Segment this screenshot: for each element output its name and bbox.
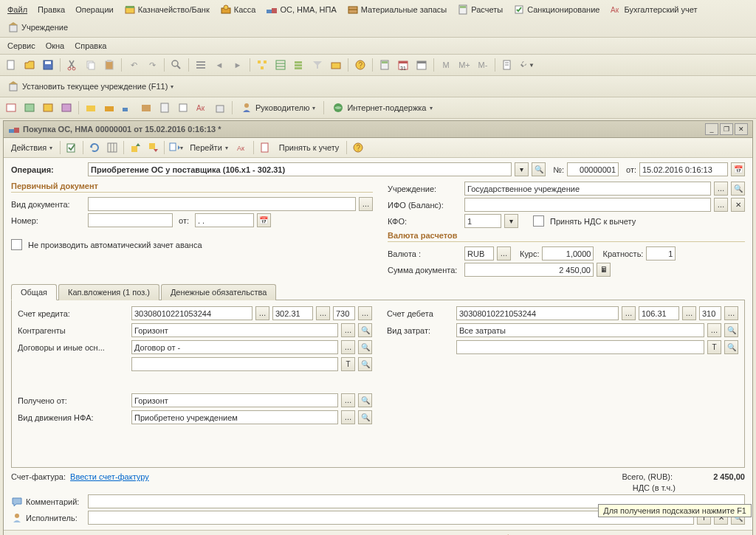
- maximize-btn[interactable]: ❐: [720, 123, 733, 135]
- dt-post-icon[interactable]: [63, 139, 80, 156]
- no-auto-checkbox[interactable]: [11, 239, 22, 250]
- date2-picker-btn[interactable]: 📅: [257, 213, 271, 227]
- contracts-input[interactable]: Договор от -: [131, 340, 338, 354]
- tab-cap[interactable]: Кап.вложения (1 поз.): [58, 284, 159, 300]
- docsum-calc-btn[interactable]: 🖩: [597, 263, 611, 277]
- credit-acc-btn[interactable]: …: [255, 306, 269, 320]
- stack-icon[interactable]: [291, 57, 307, 73]
- menu-sanction[interactable]: Санкционирование: [509, 1, 604, 18]
- credit-code-input[interactable]: 730: [333, 306, 355, 320]
- m-plus-btn[interactable]: M+: [456, 57, 472, 73]
- dt-copy-icon[interactable]: ▾: [168, 139, 184, 156]
- dt-help-icon[interactable]: ?: [350, 139, 366, 156]
- t3-10[interactable]: [175, 100, 191, 116]
- menu-cash[interactable]: Касса: [216, 1, 261, 18]
- extra1-t-btn[interactable]: T: [341, 357, 355, 371]
- folder2-icon[interactable]: [328, 57, 344, 73]
- rate-input[interactable]: 1,0000: [542, 246, 594, 260]
- actions-dd[interactable]: Действия▾: [7, 139, 57, 156]
- undo-icon[interactable]: ↶: [126, 57, 142, 73]
- nfa-search-btn[interactable]: 🔍: [358, 410, 372, 424]
- docsum-input[interactable]: 2 450,00: [464, 263, 594, 277]
- t3-2[interactable]: [21, 100, 38, 116]
- invoice-link[interactable]: Ввести счет-фактуру: [70, 472, 149, 481]
- debit-code-input[interactable]: 310: [699, 306, 721, 320]
- t3-11[interactable]: Aк: [193, 100, 210, 116]
- cut-icon[interactable]: [64, 57, 80, 73]
- menu-calc[interactable]: Расчеты: [453, 1, 507, 18]
- credit-acc-input[interactable]: 30308010221053244: [131, 306, 252, 320]
- date-input[interactable]: 15.02.2016 0:16:13: [639, 162, 728, 176]
- support-dd[interactable]: Интернет-поддержка▾: [328, 100, 436, 116]
- ifo-clear-btn[interactable]: ✕: [731, 198, 745, 212]
- debit-sub-input[interactable]: 106.31: [639, 306, 679, 320]
- curr-input[interactable]: RUB: [464, 246, 494, 260]
- doc-type-select-btn[interactable]: …: [359, 197, 373, 211]
- save-icon[interactable]: [40, 57, 56, 73]
- dt-down-icon[interactable]: [145, 139, 161, 156]
- contragent-input[interactable]: Горизонт: [131, 323, 338, 337]
- date-picker-btn[interactable]: 📅: [731, 162, 745, 176]
- cost-input[interactable]: Все затраты: [456, 323, 704, 337]
- menu-ops[interactable]: Операции: [71, 3, 117, 16]
- inst-search-btn[interactable]: 🔍: [731, 182, 745, 196]
- accept-btn[interactable]: Принять к учету: [275, 139, 344, 156]
- minimize-btn[interactable]: _: [705, 123, 718, 135]
- forward-icon[interactable]: ►: [230, 57, 246, 73]
- t3-9[interactable]: [157, 100, 173, 116]
- operation-dd-btn[interactable]: ▾: [515, 162, 529, 176]
- received-input[interactable]: Горизонт: [131, 393, 338, 407]
- mult-input[interactable]: 1: [646, 246, 676, 260]
- list-icon[interactable]: [193, 57, 209, 73]
- doc-type-input[interactable]: [88, 197, 356, 211]
- dt-refresh-icon[interactable]: [86, 139, 103, 156]
- received-search-btn[interactable]: 🔍: [358, 393, 372, 407]
- date-icon[interactable]: 31: [395, 57, 411, 73]
- menu-file[interactable]: Файл: [3, 3, 32, 16]
- date2-input[interactable]: . .: [195, 213, 254, 227]
- tab-common[interactable]: Общая: [11, 284, 57, 300]
- new-doc-icon[interactable]: [3, 57, 19, 73]
- dt-doc-icon[interactable]: [257, 139, 273, 156]
- menu-inst[interactable]: Учреждение: [3, 19, 72, 35]
- tab-money[interactable]: Денежные обязательства: [161, 284, 276, 300]
- debit-sub-btn[interactable]: …: [682, 306, 696, 320]
- t3-4[interactable]: [58, 100, 75, 116]
- kfo-dd-btn[interactable]: ▾: [504, 214, 518, 228]
- menu-windows[interactable]: Окна: [41, 39, 69, 52]
- number-input[interactable]: [88, 213, 173, 227]
- back-icon[interactable]: ◄: [211, 57, 227, 73]
- m-minus-btn[interactable]: M-: [475, 57, 491, 73]
- m-btn[interactable]: M: [438, 57, 454, 73]
- redo-icon[interactable]: ↷: [144, 57, 160, 73]
- calc-icon[interactable]: [377, 57, 393, 73]
- cost-search-btn[interactable]: 🔍: [724, 323, 738, 337]
- nfa-input[interactable]: Приобретено учреждением: [131, 410, 338, 424]
- contracts-btn[interactable]: …: [341, 340, 355, 354]
- credit-sub-input[interactable]: 302.31: [272, 306, 313, 320]
- debit-acc-input[interactable]: 30308010221053244: [456, 306, 619, 320]
- menu-os[interactable]: ОС, НМА, НПА: [261, 1, 340, 18]
- filter-icon[interactable]: [309, 57, 326, 73]
- t3-5[interactable]: [83, 100, 99, 116]
- kfo-input[interactable]: 1: [464, 214, 501, 228]
- paste-icon[interactable]: [101, 57, 117, 73]
- num-input[interactable]: 00000001: [567, 162, 619, 176]
- contracts-search-btn[interactable]: 🔍: [358, 340, 372, 354]
- received-btn[interactable]: …: [341, 393, 355, 407]
- find-icon[interactable]: [168, 57, 185, 73]
- menu-inventory[interactable]: Материальные запасы: [343, 1, 452, 18]
- help-icon[interactable]: ?: [352, 57, 368, 73]
- doc-icon[interactable]: [499, 57, 515, 73]
- menu-acc[interactable]: AкБухгалтерский учет: [605, 1, 701, 18]
- curr-select-btn[interactable]: …: [497, 246, 511, 260]
- menu-service[interactable]: Сервис: [3, 39, 40, 52]
- extra2-input[interactable]: [456, 340, 704, 354]
- operation-input[interactable]: Приобретение ОС у поставщика (106.x1 - 3…: [88, 162, 512, 176]
- menu-edit[interactable]: Правка: [33, 3, 69, 16]
- operation-search-btn[interactable]: 🔍: [532, 162, 546, 176]
- dt-grid-icon[interactable]: [104, 139, 120, 156]
- contragent-search-btn[interactable]: 🔍: [358, 323, 372, 337]
- vat-checkbox[interactable]: [533, 215, 544, 227]
- inst-input[interactable]: Государственное учреждение: [464, 182, 711, 196]
